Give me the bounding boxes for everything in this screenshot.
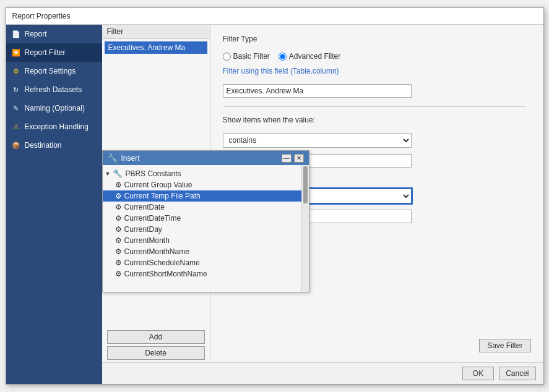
node-icon: ⚙ bbox=[115, 225, 122, 234]
list-item[interactable]: ⚙ Current Group Value bbox=[103, 179, 301, 190]
sidebar-item-report[interactable]: 📄 Report bbox=[6, 25, 102, 43]
filter-icon: 🔽 bbox=[11, 48, 21, 58]
sidebar-item-label: Exception Handling bbox=[25, 122, 89, 131]
advanced-filter-radio[interactable] bbox=[279, 53, 287, 61]
dialog-titlebar: Report Properties bbox=[6, 8, 543, 25]
list-item[interactable]: ⚙ CurrentScheduleName bbox=[103, 257, 301, 268]
node-icon: ⚙ bbox=[115, 192, 122, 200]
node-label: CurrentDateTime bbox=[124, 214, 181, 223]
node-label: CurrentShortMonthName bbox=[124, 270, 207, 278]
node-icon: ⚙ bbox=[115, 181, 122, 189]
filter-type-group: Basic Filter Advanced Filter bbox=[223, 52, 531, 61]
tree-root-icon: 🔧 bbox=[113, 169, 123, 178]
dialog-title: Report Properties bbox=[12, 12, 71, 20]
node-icon: ⚙ bbox=[115, 203, 122, 211]
settings-icon: ⚙ bbox=[11, 66, 21, 76]
insert-tree: ▼ 🔧 PBRS Constants ⚙ Current Group Value… bbox=[103, 165, 301, 292]
warning-icon: ⚠ bbox=[11, 122, 21, 132]
node-label: Current Temp File Path bbox=[124, 192, 201, 200]
list-item[interactable]: ⚙ CurrentDateTime bbox=[103, 213, 301, 224]
bottom-bar: OK Cancel bbox=[102, 362, 543, 384]
insert-scrollbar[interactable] bbox=[301, 165, 309, 292]
save-filter-button[interactable]: Save Filter bbox=[479, 339, 530, 352]
node-icon: ⚙ bbox=[115, 258, 122, 267]
sidebar: 📄 Report 🔽 Report Filter ⚙ Report Settin… bbox=[6, 25, 102, 384]
basic-filter-radio[interactable] bbox=[223, 53, 231, 61]
insert-title: Insert bbox=[121, 154, 140, 163]
node-icon: ⚙ bbox=[115, 247, 122, 256]
filter-list-header: Filter bbox=[102, 25, 210, 39]
destination-icon: 📦 bbox=[11, 140, 21, 150]
sidebar-item-label: Refresh Datasets bbox=[25, 85, 82, 94]
list-item[interactable]: ⚙ CurrentMonthName bbox=[103, 246, 301, 257]
list-item[interactable]: ⚙ CurrentShortMonthName bbox=[103, 268, 301, 279]
condition-select[interactable]: contains equals starts with ends with is… bbox=[223, 133, 412, 148]
list-item[interactable]: ⚙ Current Temp File Path bbox=[103, 190, 301, 202]
list-item[interactable]: ⚙ CurrentDate bbox=[103, 202, 301, 213]
sidebar-item-refresh-datasets[interactable]: ↻ Refresh Datasets bbox=[6, 80, 102, 99]
filter-list-item[interactable]: Executives. Andrew Ma bbox=[105, 41, 207, 54]
divider-1 bbox=[223, 106, 526, 107]
sidebar-item-naming[interactable]: ✎ Naming (Optional) bbox=[6, 99, 102, 117]
insert-title-left: 🔧 Insert bbox=[108, 153, 140, 163]
insert-titlebar: 🔧 Insert — ✕ bbox=[103, 151, 309, 165]
insert-title-controls: — ✕ bbox=[282, 154, 304, 163]
filter-field-input[interactable] bbox=[223, 84, 412, 98]
basic-filter-radio-label[interactable]: Basic Filter bbox=[223, 52, 270, 61]
node-label: CurrentScheduleName bbox=[124, 258, 200, 267]
advanced-filter-radio-label[interactable]: Advanced Filter bbox=[279, 52, 340, 61]
report-properties-dialog: Report Properties 📄 Report 🔽 Report Filt… bbox=[6, 7, 544, 385]
list-item[interactable]: ⚙ CurrentMonth bbox=[103, 235, 301, 246]
sidebar-item-report-settings[interactable]: ⚙ Report Settings bbox=[6, 62, 102, 80]
tree-root-label: PBRS Constants bbox=[125, 169, 181, 178]
node-icon: ⚙ bbox=[115, 214, 122, 223]
sidebar-item-label: Report Filter bbox=[25, 48, 66, 57]
delete-button[interactable]: Delete bbox=[107, 346, 205, 360]
sidebar-item-label: Destination bbox=[25, 141, 62, 150]
cancel-button[interactable]: Cancel bbox=[499, 367, 535, 380]
filter-field-label: Filter using this field (Table.column) bbox=[223, 67, 531, 75]
refresh-icon: ↻ bbox=[11, 85, 21, 95]
node-icon: ⚙ bbox=[115, 270, 122, 278]
sidebar-item-exception-handling[interactable]: ⚠ Exception Handling bbox=[6, 117, 102, 136]
list-item[interactable]: ⚙ CurrentDay bbox=[103, 224, 301, 235]
insert-panel: 🔧 Insert — ✕ ▼ 🔧 PBRS Constants bbox=[102, 150, 309, 292]
node-label: CurrentMonthName bbox=[124, 247, 189, 256]
ok-button[interactable]: OK bbox=[462, 367, 494, 380]
insert-icon: 🔧 bbox=[108, 153, 118, 163]
node-label: CurrentDay bbox=[124, 225, 162, 234]
node-label: CurrentMonth bbox=[124, 236, 170, 245]
naming-icon: ✎ bbox=[11, 103, 21, 113]
scroll-thumb bbox=[303, 166, 308, 203]
add-button[interactable]: Add bbox=[107, 330, 205, 344]
node-label: CurrentDate bbox=[124, 203, 165, 211]
sidebar-item-label: Report Settings bbox=[25, 67, 76, 75]
sidebar-item-destination[interactable]: 📦 Destination bbox=[6, 136, 102, 155]
filter-type-label: Filter Type bbox=[223, 35, 531, 43]
tree-root-node[interactable]: ▼ 🔧 PBRS Constants bbox=[103, 168, 301, 179]
sidebar-item-label: Naming (Optional) bbox=[25, 104, 85, 113]
advanced-filter-label: Advanced Filter bbox=[289, 52, 340, 61]
sidebar-item-label: Report bbox=[25, 30, 47, 38]
sidebar-item-report-filter[interactable]: 🔽 Report Filter bbox=[6, 43, 102, 62]
filter-buttons: Add Delete bbox=[102, 328, 210, 362]
basic-filter-label: Basic Filter bbox=[233, 52, 270, 61]
node-label: Current Group Value bbox=[124, 181, 192, 189]
minimize-button[interactable]: — bbox=[282, 154, 292, 163]
node-icon: ⚙ bbox=[115, 236, 122, 245]
insert-content: ▼ 🔧 PBRS Constants ⚙ Current Group Value… bbox=[103, 165, 309, 292]
show-items-label: Show items when the value: bbox=[223, 116, 531, 124]
close-button[interactable]: ✕ bbox=[294, 154, 304, 163]
collapse-arrow-icon: ▼ bbox=[105, 171, 111, 177]
report-icon: 📄 bbox=[11, 29, 21, 39]
